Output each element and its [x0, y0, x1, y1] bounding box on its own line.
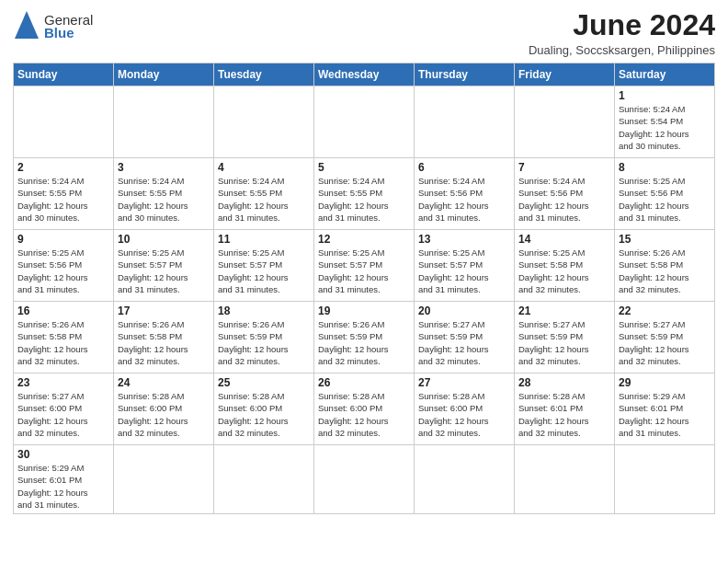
page: General Blue June 2024 Dualing, Soccsksa…: [0, 0, 728, 563]
day-2: 2 Sunrise: 5:24 AMSunset: 5:55 PMDayligh…: [14, 158, 114, 230]
day-28: 28 Sunrise: 5:28 AMSunset: 6:01 PMDaylig…: [515, 373, 615, 445]
day-14: 14 Sunrise: 5:25 AMSunset: 5:58 PMDaylig…: [515, 230, 615, 302]
logo-text-block: General Blue: [44, 12, 93, 40]
day-17: 17 Sunrise: 5:26 AMSunset: 5:58 PMDaylig…: [114, 302, 214, 373]
day-1: 1 Sunrise: 5:24 AMSunset: 5:54 PMDayligh…: [615, 86, 715, 158]
week-row-6: 30 Sunrise: 5:29 AMSunset: 6:01 PMDaylig…: [14, 445, 715, 514]
empty-cell: [515, 445, 615, 514]
logo-triangle-icon: [13, 9, 40, 42]
week-row-4: 16 Sunrise: 5:26 AMSunset: 5:58 PMDaylig…: [14, 302, 715, 373]
header-wednesday: Wednesday: [314, 63, 415, 86]
day-12: 12 Sunrise: 5:25 AMSunset: 5:57 PMDaylig…: [314, 230, 415, 302]
header-saturday: Saturday: [615, 63, 715, 86]
empty-cell: [515, 86, 615, 158]
day-23: 23 Sunrise: 5:27 AMSunset: 6:00 PMDaylig…: [14, 373, 114, 445]
week-row-3: 9 Sunrise: 5:25 AMSunset: 5:56 PMDayligh…: [14, 230, 715, 302]
calendar-table: Sunday Monday Tuesday Wednesday Thursday…: [13, 63, 715, 514]
empty-cell: [214, 445, 314, 514]
day-11: 11 Sunrise: 5:25 AMSunset: 5:57 PMDaylig…: [214, 230, 314, 302]
day-18: 18 Sunrise: 5:26 AMSunset: 5:59 PMDaylig…: [214, 302, 314, 373]
day-7: 7 Sunrise: 5:24 AMSunset: 5:56 PMDayligh…: [515, 158, 615, 230]
day-22: 22 Sunrise: 5:27 AMSunset: 5:59 PMDaylig…: [615, 302, 715, 373]
header-thursday: Thursday: [415, 63, 515, 86]
day-19: 19 Sunrise: 5:26 AMSunset: 5:59 PMDaylig…: [314, 302, 415, 373]
day-20: 20 Sunrise: 5:27 AMSunset: 5:59 PMDaylig…: [415, 302, 515, 373]
day-4: 4 Sunrise: 5:24 AMSunset: 5:55 PMDayligh…: [214, 158, 314, 230]
empty-cell: [415, 445, 515, 514]
day-24: 24 Sunrise: 5:28 AMSunset: 6:00 PMDaylig…: [114, 373, 214, 445]
empty-cell: [615, 445, 715, 514]
day-21: 21 Sunrise: 5:27 AMSunset: 5:59 PMDaylig…: [515, 302, 615, 373]
empty-cell: [14, 86, 114, 158]
title-area: June 2024 Dualing, Soccsksargen, Philipp…: [529, 9, 715, 57]
day-3: 3 Sunrise: 5:24 AMSunset: 5:55 PMDayligh…: [114, 158, 214, 230]
day-16: 16 Sunrise: 5:26 AMSunset: 5:58 PMDaylig…: [14, 302, 114, 373]
header-tuesday: Tuesday: [214, 63, 314, 86]
empty-cell: [114, 86, 214, 158]
day-13: 13 Sunrise: 5:25 AMSunset: 5:57 PMDaylig…: [415, 230, 515, 302]
empty-cell: [214, 86, 314, 158]
logo: General Blue: [13, 9, 93, 42]
day-26: 26 Sunrise: 5:28 AMSunset: 6:00 PMDaylig…: [314, 373, 415, 445]
empty-cell: [114, 445, 214, 514]
week-row-2: 2 Sunrise: 5:24 AMSunset: 5:55 PMDayligh…: [14, 158, 715, 230]
day-8: 8 Sunrise: 5:25 AMSunset: 5:56 PMDayligh…: [615, 158, 715, 230]
week-row-5: 23 Sunrise: 5:27 AMSunset: 6:00 PMDaylig…: [14, 373, 715, 445]
day-6: 6 Sunrise: 5:24 AMSunset: 5:56 PMDayligh…: [415, 158, 515, 230]
header-sunday: Sunday: [14, 63, 114, 86]
header-friday: Friday: [515, 63, 615, 86]
day-10: 10 Sunrise: 5:25 AMSunset: 5:57 PMDaylig…: [114, 230, 214, 302]
day-9: 9 Sunrise: 5:25 AMSunset: 5:56 PMDayligh…: [14, 230, 114, 302]
day-27: 27 Sunrise: 5:28 AMSunset: 6:00 PMDaylig…: [415, 373, 515, 445]
weekday-header-row: Sunday Monday Tuesday Wednesday Thursday…: [14, 63, 715, 86]
day-15: 15 Sunrise: 5:26 AMSunset: 5:58 PMDaylig…: [615, 230, 715, 302]
week-row-1: 1 Sunrise: 5:24 AMSunset: 5:54 PMDayligh…: [14, 86, 715, 158]
day-info-1: Sunrise: 5:24 AMSunset: 5:54 PMDaylight:…: [619, 103, 711, 152]
header-monday: Monday: [114, 63, 214, 86]
day-25: 25 Sunrise: 5:28 AMSunset: 6:00 PMDaylig…: [214, 373, 314, 445]
header: General Blue June 2024 Dualing, Soccsksa…: [13, 9, 715, 57]
empty-cell: [415, 86, 515, 158]
empty-cell: [314, 86, 415, 158]
svg-marker-0: [15, 11, 39, 39]
day-30: 30 Sunrise: 5:29 AMSunset: 6:01 PMDaylig…: [14, 445, 114, 514]
empty-cell: [314, 445, 415, 514]
day-number-1: 1: [619, 89, 711, 102]
location: Dualing, Soccsksargen, Philippines: [529, 43, 715, 57]
day-29: 29 Sunrise: 5:29 AMSunset: 6:01 PMDaylig…: [615, 373, 715, 445]
logo-container: General Blue: [13, 9, 93, 42]
month-title: June 2024: [529, 9, 715, 41]
day-5: 5 Sunrise: 5:24 AMSunset: 5:55 PMDayligh…: [314, 158, 415, 230]
